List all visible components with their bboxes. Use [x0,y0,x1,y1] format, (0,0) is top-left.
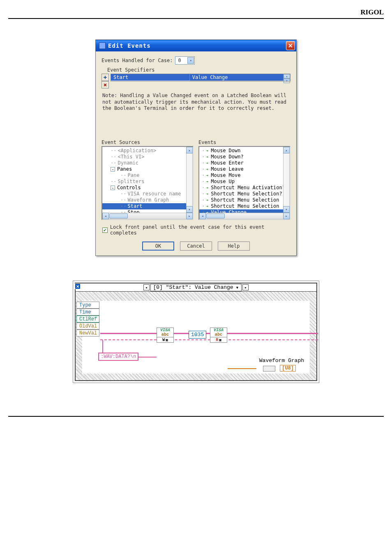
help-button[interactable]: Help [218,242,250,251]
close-button[interactable]: ✕ [286,41,295,50]
list-item[interactable]: ··<This VI> [102,154,193,160]
prev-case-button[interactable]: ◂ [143,284,150,290]
case-select[interactable]: 0 ▾ [175,56,195,65]
list-item[interactable]: ··Waveform Graph [102,197,193,203]
tree-expander-icon[interactable]: - [111,167,115,172]
list-item[interactable]: ·➔Mouse Down [199,148,290,154]
list-item[interactable]: -Panes [102,166,193,172]
scroll-down-icon[interactable]: ▾ [186,206,193,213]
specifier-event-cell[interactable]: Value Change [190,74,284,81]
term-type[interactable]: Type [76,302,99,309]
tree-dots-icon: · [202,172,205,179]
term-newval[interactable]: NewVal [76,330,99,337]
tree-dots-icon: ·· [120,172,126,179]
list-item-label: Panes [117,166,132,172]
structure-close-icon[interactable]: ✕ [75,283,81,289]
arrow-right-icon: ➔ [206,148,208,154]
titlebar: Edit Events ✕ [96,40,296,51]
list-item[interactable]: ·➔Shortcut Menu Selection? (App) [199,191,290,197]
write-icon: ▣ [166,338,168,342]
data-wire [228,368,256,369]
convert-node[interactable] [263,366,275,372]
arrow-right-icon: ➔ [206,203,208,209]
list-item[interactable]: ··Pane [102,172,193,179]
list-item-label: Start [127,203,142,209]
event-structure[interactable]: ✕ ◂ [0] "Start": Value Change ▾ ▸ Type T… [75,283,317,381]
tree-expander-icon[interactable]: - [111,186,115,190]
scroll-left-icon[interactable]: ◂ [199,213,206,219]
app-icon [99,42,106,49]
term-oldval[interactable]: OldVal [76,323,99,330]
tree-dots-icon: ·· [111,160,116,166]
specifier-source-cell[interactable]: Start [111,74,190,81]
specifier-scrollbar[interactable]: ▴ ▾ [284,74,290,81]
list-item-label: Mouse Leave [211,166,243,172]
scroll-left-icon[interactable]: ◂ [102,213,109,219]
tree-dots-icon: · [202,197,205,203]
byte-count-constant[interactable]: 1035 [189,331,206,339]
lock-panel-checkbox[interactable]: ✔ [102,228,108,233]
next-case-button[interactable]: ▸ [242,284,249,290]
ok-button[interactable]: OK [142,242,174,251]
waveform-graph-terminal[interactable]: [U8] [280,365,296,372]
chevron-down-icon[interactable]: ▾ [187,57,194,64]
visa-read-line2: abc [210,332,227,337]
scroll-up-icon[interactable]: ▴ [186,147,193,153]
list-item[interactable]: ·➔Mouse Leave [199,166,290,172]
list-item[interactable]: ·➔Value Change [199,209,290,213]
arrow-right-icon: ➔ [206,160,208,166]
events-handled-label: Events Handled for Case: [101,58,173,63]
list-item[interactable]: ··Stop [102,209,193,213]
case-label: [0] "Start": Value Change [153,284,233,290]
events-vscroll[interactable]: ▴ ▾ [283,147,290,213]
sources-vscroll[interactable]: ▴ ▾ [186,147,193,213]
list-item[interactable]: ·➔Shortcut Menu Selection (User [199,203,290,209]
cancel-button[interactable]: Cancel [180,242,212,251]
list-item[interactable]: ··<Application> [102,148,193,154]
term-time[interactable]: Time [76,309,99,316]
list-item[interactable]: ·➔Mouse Enter [199,160,290,166]
term-ctlref[interactable]: CtlRef [76,316,99,323]
list-item[interactable]: ··Splitters [102,179,193,185]
tree-dots-icon: ·· [120,191,126,197]
visa-write-line2: abc [157,332,173,337]
list-item[interactable]: ·➔Mouse Down? [199,154,290,160]
event-sources-list[interactable]: ··<Application>··<This VI>··Dynamic-Pane… [101,146,194,220]
visa-read-node[interactable]: VISA abc R▣ [210,327,227,343]
add-specifier-button[interactable]: + [101,74,109,81]
list-item[interactable]: ·➔Shortcut Menu Selection (App [199,197,290,203]
list-item[interactable]: ··VISA resource name [102,191,193,197]
list-item[interactable]: ·➔Mouse Move [199,172,290,179]
scroll-down-icon[interactable]: ▾ [284,79,290,83]
list-item[interactable]: ··Dynamic [102,160,193,166]
events-hscroll[interactable]: ◂ ▸ [199,213,290,219]
events-label: Events [198,139,291,145]
scroll-up-icon[interactable]: ▴ [283,147,290,153]
scroll-up-icon[interactable]: ▴ [284,74,290,79]
sources-hscroll[interactable]: ◂ ▸ [102,213,193,219]
scroll-down-icon[interactable]: ▾ [283,206,290,213]
scroll-right-icon[interactable]: ▸ [283,213,290,219]
list-item[interactable]: ·➔Mouse Up [199,179,290,185]
event-sources-label: Event Sources [101,139,194,145]
remove-specifier-button[interactable]: × [101,81,109,88]
tree-dots-icon: ·· [120,197,126,203]
brand-label: RIGOL [8,8,384,19]
list-item[interactable]: ··Start [102,203,193,209]
case-selector[interactable]: [0] "Start": Value Change ▾ [150,284,242,291]
list-item[interactable]: ·➔Shortcut Menu Activation? [199,185,290,191]
edit-events-dialog: Edit Events ✕ Events Handled for Case: 0… [95,39,297,256]
command-string-constant[interactable]: :WAV:DATA?\n [98,353,138,361]
scroll-right-icon[interactable]: ▸ [186,213,193,219]
list-item-label: <Application> [118,148,156,154]
arrow-right-icon: ➔ [206,154,208,160]
chevron-down-icon[interactable]: ▾ [236,284,239,291]
visa-write-node[interactable]: VISA abc W▣ [157,327,174,343]
tree-dots-icon: ·· [111,148,116,154]
list-item-label: Mouse Down [211,148,240,154]
tree-dots-icon: · [202,148,205,154]
list-item[interactable]: -Controls [102,185,193,191]
events-list[interactable]: ·➔Mouse Down·➔Mouse Down?·➔Mouse Enter·➔… [198,146,291,220]
arrow-right-icon: ➔ [206,172,208,179]
arrow-right-icon: ➔ [206,209,208,213]
